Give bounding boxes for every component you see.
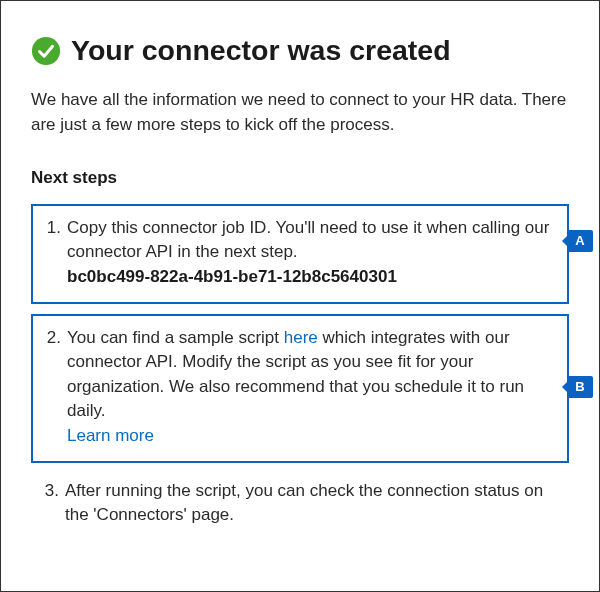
step-1-body: Copy this connector job ID. You'll need … [67,216,557,290]
confirmation-panel: Your connector was created We have all t… [5,5,595,558]
callout-label-a: A [567,230,593,252]
step-2-body: You can find a sample script here which … [67,326,557,449]
next-steps-heading: Next steps [31,168,569,188]
connector-job-id: bc0bc499-822a-4b91-be71-12b8c5640301 [67,265,557,290]
step-1-box: 1. Copy this connector job ID. You'll ne… [31,204,569,304]
step-3-body: After running the script, you can check … [65,479,559,528]
success-check-icon [31,36,61,66]
step-3: 3. After running the script, you can che… [31,473,569,538]
header: Your connector was created [31,35,569,66]
step-number: 1. [43,216,61,290]
learn-more-link[interactable]: Learn more [67,424,557,449]
svg-point-0 [32,37,60,65]
step-number: 2. [43,326,61,449]
steps-list: 1. Copy this connector job ID. You'll ne… [31,204,569,538]
step-number: 3. [41,479,59,528]
intro-text: We have all the information we need to c… [31,88,569,137]
step-3-text: After running the script, you can check … [65,481,543,525]
callout-label-b: B [567,376,593,398]
step-2-box: 2. You can find a sample script here whi… [31,314,569,463]
step-1-text: Copy this connector job ID. You'll need … [67,218,549,262]
page-title: Your connector was created [71,35,451,66]
sample-script-link[interactable]: here [284,328,318,347]
step-2-text-pre: You can find a sample script [67,328,284,347]
